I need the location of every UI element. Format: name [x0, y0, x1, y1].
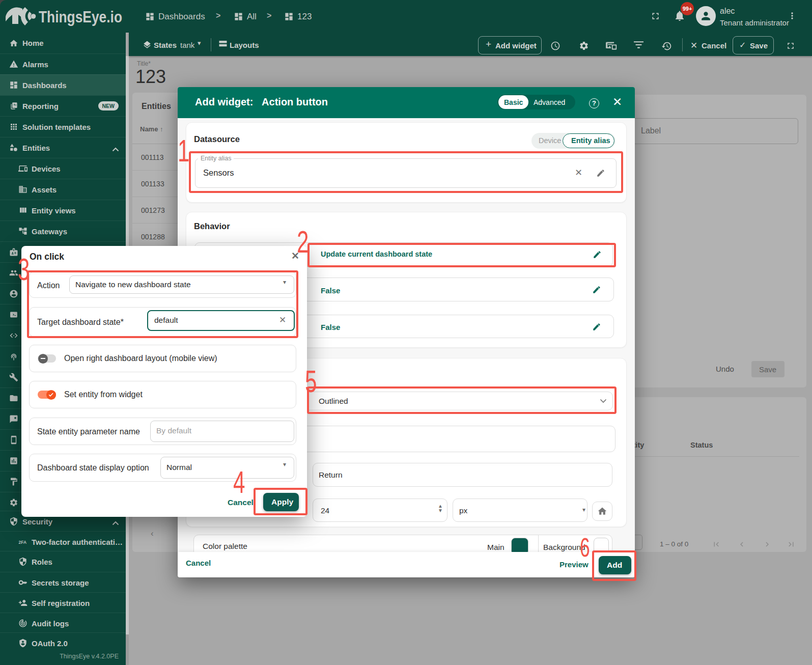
svg-text:2FA: 2FA: [19, 540, 26, 545]
